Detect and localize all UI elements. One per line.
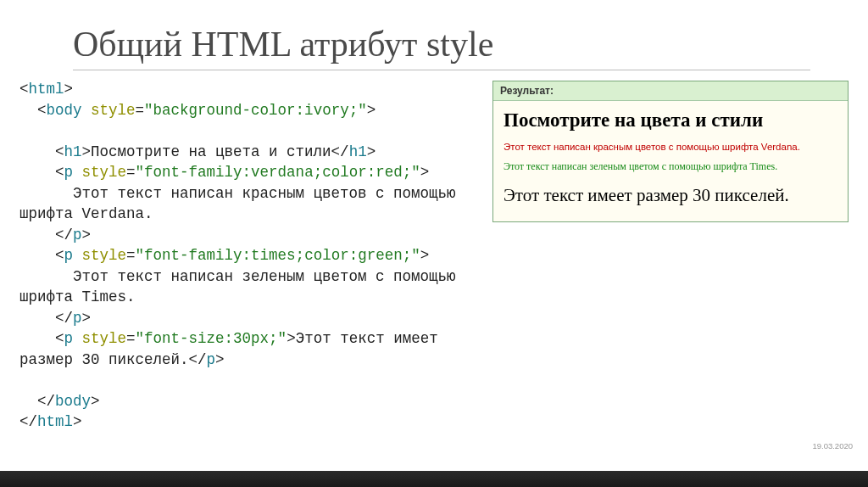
code-token: </ [19, 413, 37, 430]
code-token: body [47, 102, 82, 119]
code-token: > [367, 143, 376, 160]
code-token: < [19, 81, 29, 98]
code-token: > [82, 143, 92, 160]
code-token: "font-family:verdana;color:red;" [136, 164, 420, 181]
result-body: Посмотрите на цвета и стили Этот текст н… [493, 101, 848, 221]
slide-date: 19.03.2020 [812, 441, 853, 451]
code-token: = [136, 102, 145, 119]
code-token [73, 164, 82, 181]
code-token: </ [331, 143, 349, 160]
code-token: p [64, 330, 74, 347]
code-token: "font-family:times;color:green;" [136, 247, 420, 264]
code-token: = [126, 164, 136, 181]
code-token: > [367, 102, 376, 119]
code-token: < [55, 164, 64, 181]
code-token [19, 393, 37, 410]
slide-content: <html> <body style="background-color:ivo… [17, 79, 851, 433]
code-token [19, 247, 55, 264]
code-token: < [55, 143, 64, 160]
code-token [73, 247, 82, 264]
code-token: style [82, 330, 127, 347]
code-token: "font-size:30px;" [136, 330, 287, 347]
result-pane: Результат: Посмотрите на цвета и стили Э… [492, 81, 849, 433]
code-token: p [73, 310, 82, 327]
code-token: </ [55, 310, 73, 327]
code-token: p [64, 164, 74, 181]
code-token: < [55, 330, 64, 347]
code-token: > [91, 393, 100, 410]
code-token: "background-color:ivory;" [144, 102, 367, 119]
code-token [73, 330, 82, 347]
code-token: style [91, 102, 136, 119]
code-token: p [73, 227, 82, 244]
code-token: > [215, 351, 225, 368]
code-token [19, 310, 55, 327]
code-token [82, 102, 92, 119]
code-token: < [37, 102, 47, 119]
result-box: Результат: Посмотрите на цвета и стили Э… [492, 81, 849, 222]
code-token: </ [37, 393, 55, 410]
code-token [19, 164, 55, 181]
result-paragraph-green: Этот текст написан зеленым цветом с помо… [504, 160, 837, 173]
code-token: Этот текст написан красным цветов с помо… [19, 185, 456, 223]
code-token: style [82, 247, 127, 264]
code-token: body [55, 393, 91, 410]
code-token: html [37, 413, 73, 430]
code-token: h1 [349, 143, 367, 160]
code-token: > [287, 330, 296, 347]
code-token: style [82, 164, 127, 181]
code-token: Посмотрите на цвета и стили [91, 143, 331, 160]
code-token: p [64, 247, 74, 264]
code-token: = [126, 330, 136, 347]
slide: Общий HTML атрибут style <html> <body st… [0, 0, 868, 471]
code-token: </ [55, 227, 73, 244]
code-token: < [55, 247, 64, 264]
title-divider [73, 70, 810, 70]
code-token [19, 143, 55, 160]
result-paragraph-red: Этот текст написан красным цветов с помо… [504, 142, 837, 152]
code-token: > [64, 81, 74, 98]
code-token: > [82, 310, 92, 327]
code-token: Этот текст написан зеленым цветом с помо… [19, 268, 456, 306]
code-token: > [82, 227, 92, 244]
code-token [19, 102, 37, 119]
code-token: h1 [64, 143, 82, 160]
code-token: > [420, 164, 430, 181]
code-token: > [420, 247, 430, 264]
footer-bar [0, 471, 868, 487]
code-token: html [29, 81, 64, 98]
result-header: Результат: [493, 81, 848, 101]
code-token [19, 227, 55, 244]
code-token: </ [189, 351, 207, 368]
result-heading: Посмотрите на цвета и стили [504, 109, 837, 132]
code-token [19, 330, 55, 347]
result-paragraph-big: Этот текст имеет размер 30 пикселей. [504, 185, 837, 206]
code-block: <html> <body style="background-color:ivo… [19, 79, 477, 433]
code-token: p [207, 351, 216, 368]
slide-title: Общий HTML атрибут style [73, 24, 851, 64]
code-token: > [73, 413, 82, 430]
code-token: = [126, 247, 136, 264]
